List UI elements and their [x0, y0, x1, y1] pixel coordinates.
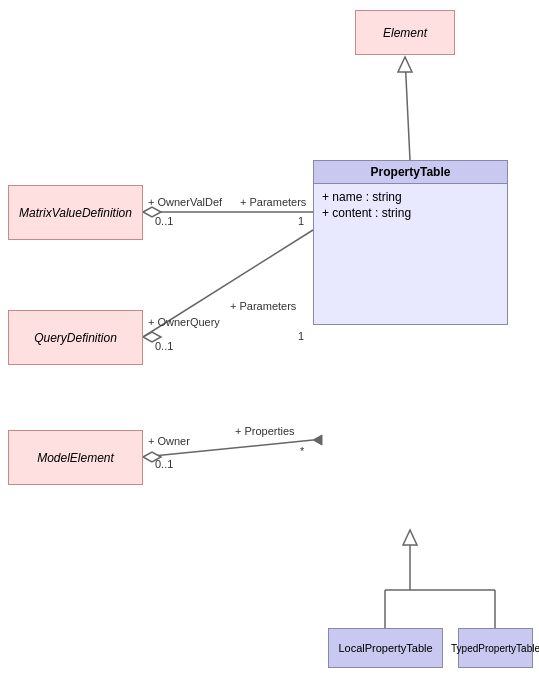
- matrix-class-box: MatrixValueDefinition: [8, 185, 143, 240]
- local-label: LocalPropertyTable: [338, 642, 432, 654]
- svg-line-0: [405, 57, 410, 160]
- diagram-container: Element PropertyTable + name : string + …: [0, 0, 539, 700]
- property-table-header: PropertyTable: [314, 161, 507, 184]
- property-name: + name : string: [322, 190, 499, 204]
- svg-marker-15: [403, 530, 417, 545]
- svg-marker-1: [398, 57, 412, 72]
- property-table-class-box: PropertyTable + name : string + content …: [313, 160, 508, 325]
- model-props-label: + Properties: [235, 425, 295, 437]
- model-owner-label: + Owner: [148, 435, 190, 447]
- model-label: ModelElement: [37, 451, 114, 465]
- matrix-owner-label: + OwnerValDef: [148, 196, 222, 208]
- query-params-label: + Parameters: [230, 300, 296, 312]
- property-content: + content : string: [322, 206, 499, 220]
- matrix-label: MatrixValueDefinition: [19, 206, 132, 220]
- element-label: Element: [383, 26, 427, 40]
- typed-class-box: TypedPropertyTable: [458, 628, 533, 668]
- matrix-params-label: + Parameters: [240, 196, 306, 208]
- matrix-mult2-label: 1: [298, 215, 304, 227]
- query-label: QueryDefinition: [34, 331, 117, 345]
- property-table-body: + name : string + content : string: [314, 184, 507, 324]
- matrix-mult1-label: 0..1: [155, 215, 173, 227]
- query-owner-label: + OwnerQuery: [148, 316, 220, 328]
- query-mult2-label: 1: [298, 330, 304, 342]
- element-class-box: Element: [355, 10, 455, 55]
- query-mult1-label: 0..1: [155, 340, 173, 352]
- typed-label: TypedPropertyTable: [451, 643, 539, 654]
- model-class-box: ModelElement: [8, 430, 143, 485]
- model-mult1-label: 0..1: [155, 458, 173, 470]
- model-mult2-label: *: [300, 445, 304, 457]
- local-class-box: LocalPropertyTable: [328, 628, 443, 668]
- svg-marker-10: [313, 435, 322, 445]
- query-class-box: QueryDefinition: [8, 310, 143, 365]
